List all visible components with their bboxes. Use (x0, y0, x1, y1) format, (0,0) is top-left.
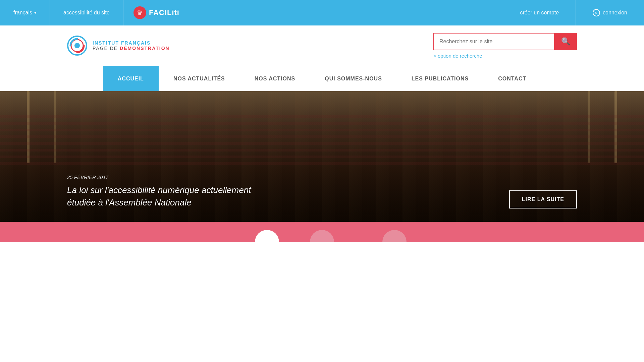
create-account-link[interactable]: créer un compte (503, 0, 576, 25)
faciliti-logo[interactable]: ♛ FACILiti (123, 0, 190, 25)
nav-item-publications[interactable]: LES PUBLICATIONS (397, 66, 483, 91)
search-icon: 🔍 (561, 37, 570, 46)
faciliti-crown-icon: ♛ (133, 6, 146, 19)
connexion-label: connexion (603, 10, 627, 16)
nav-item-actualites[interactable]: NOS ACTUALITÉS (159, 66, 240, 91)
svg-point-2 (74, 43, 80, 48)
search-option-link[interactable]: > option de recherche (433, 53, 482, 59)
hero-text: 25 FÉVRIER 2017 La loi sur l'accessibili… (67, 174, 268, 208)
bottom-circle-3 (382, 230, 407, 242)
seating-rows (0, 111, 644, 165)
search-row: 🔍 (433, 33, 577, 50)
bottom-section (0, 222, 644, 242)
bottom-circle-2 (310, 230, 334, 242)
hero-content: 25 FÉVRIER 2017 La loi sur l'accessibili… (0, 161, 644, 222)
logo-icon (67, 36, 87, 56)
logo-line1: INSTITUT FRANÇAIS (93, 40, 170, 46)
nav-item-actions[interactable]: NOS ACTIONS (240, 66, 310, 91)
connexion-link[interactable]: ⭘ connexion (576, 0, 644, 25)
hero-section: 25 FÉVRIER 2017 La loi sur l'accessibili… (0, 91, 644, 222)
logo-area: INSTITUT FRANÇAIS PAGE DE DÉMONSTRATION (67, 36, 170, 56)
language-selector[interactable]: français ▾ (0, 0, 50, 25)
accessibility-link[interactable]: accessibilité du site (50, 0, 123, 25)
language-chevron-icon: ▾ (34, 10, 36, 15)
nav-item-accueil[interactable]: ACCUEIL (103, 66, 159, 91)
logo-text: INSTITUT FRANÇAIS PAGE DE DÉMONSTRATION (93, 40, 170, 51)
faciliti-label: FACILiti (149, 8, 179, 17)
hero-date: 25 FÉVRIER 2017 (67, 174, 268, 180)
top-bar-left: français ▾ accessibilité du site ♛ FACIL… (0, 0, 190, 25)
nav-item-contact[interactable]: CONTACT (483, 66, 541, 91)
hero-cta-button[interactable]: LIRE LA SUITE (509, 190, 577, 208)
logo-line2: PAGE DE DÉMONSTRATION (93, 46, 170, 51)
top-bar-right: créer un compte ⭘ connexion (503, 0, 644, 25)
nav-item-qui-sommes-nous[interactable]: QUI SOMMES-NOUS (310, 66, 397, 91)
bottom-circle-1 (255, 230, 279, 242)
top-bar: français ▾ accessibilité du site ♛ FACIL… (0, 0, 644, 25)
connexion-icon: ⭘ (593, 9, 600, 16)
language-label: français (13, 10, 32, 16)
search-area: 🔍 > option de recherche (433, 33, 577, 59)
search-input[interactable] (433, 33, 554, 50)
main-nav: ACCUEIL NOS ACTUALITÉS NOS ACTIONS QUI S… (0, 66, 644, 91)
hero-title: La loi sur l'accessibilité numérique act… (67, 184, 268, 208)
search-button[interactable]: 🔍 (554, 33, 577, 50)
header: INSTITUT FRANÇAIS PAGE DE DÉMONSTRATION … (0, 25, 644, 66)
